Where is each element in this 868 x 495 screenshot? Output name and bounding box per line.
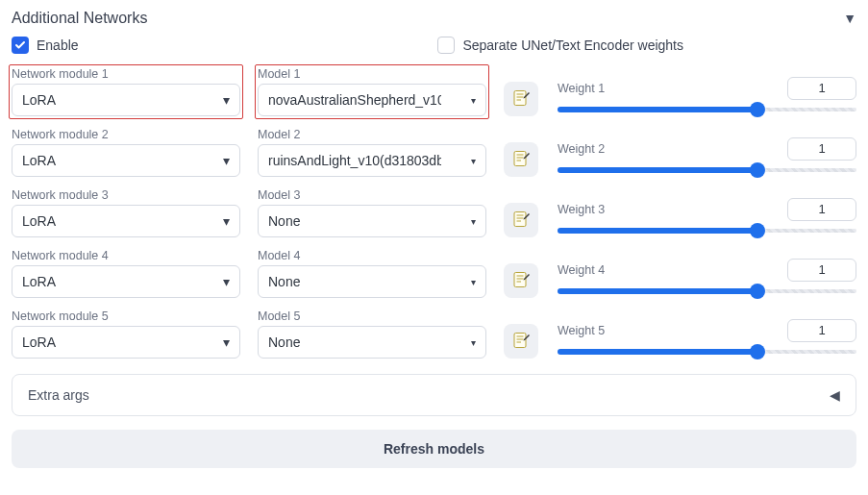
weight-input[interactable]: 1 bbox=[787, 319, 856, 342]
panel-header: Additional Networks ▼ bbox=[12, 10, 856, 27]
network-module-select[interactable]: LoRA▾ bbox=[12, 326, 240, 359]
network-module-label: Network module 5 bbox=[12, 309, 240, 323]
collapse-icon[interactable]: ▼ bbox=[843, 11, 856, 26]
weight-slider[interactable] bbox=[558, 224, 856, 237]
model-select[interactable]: None▾ bbox=[258, 326, 486, 359]
weight-label: Weight 4 bbox=[558, 263, 605, 277]
model-select[interactable]: novaAustralianShepherd_v10(056▾ bbox=[258, 84, 486, 116]
refresh-models-button[interactable]: Refresh models bbox=[12, 430, 856, 468]
refresh-models-label: Refresh models bbox=[384, 441, 484, 457]
edit-icon bbox=[511, 331, 531, 353]
model-label: Model 4 bbox=[258, 249, 486, 262]
model-field: Model 3None▾ bbox=[258, 188, 486, 237]
chevron-down-icon: ▾ bbox=[223, 274, 230, 289]
options-row: Enable Separate UNet/Text Encoder weight… bbox=[12, 37, 856, 54]
weight-slider[interactable] bbox=[558, 103, 856, 116]
weight-field: Weight 31 bbox=[558, 198, 856, 237]
extra-args-label: Extra args bbox=[28, 387, 89, 403]
chevron-down-icon: ▾ bbox=[471, 337, 476, 348]
enable-checkbox[interactable] bbox=[12, 37, 29, 54]
weight-input[interactable]: 1 bbox=[787, 259, 856, 282]
model-value: None bbox=[268, 334, 300, 350]
edit-model-button[interactable] bbox=[504, 142, 538, 177]
chevron-down-icon: ▾ bbox=[223, 334, 230, 350]
weight-slider[interactable] bbox=[558, 285, 856, 298]
chevron-down-icon: ▾ bbox=[471, 95, 476, 106]
model-field: Model 5None▾ bbox=[258, 309, 486, 359]
edit-model-button[interactable] bbox=[504, 324, 538, 359]
model-field: Model 1novaAustralianShepherd_v10(056▾ bbox=[256, 65, 488, 118]
model-select[interactable]: ruinsAndLight_v10(d31803db418▾ bbox=[258, 144, 486, 177]
chevron-down-icon: ▾ bbox=[471, 216, 476, 227]
model-field: Model 4None▾ bbox=[258, 249, 486, 298]
network-module-select[interactable]: LoRA▾ bbox=[12, 205, 240, 237]
network-module-select[interactable]: LoRA▾ bbox=[12, 84, 240, 116]
model-select[interactable]: None▾ bbox=[258, 205, 486, 237]
network-module-select[interactable]: LoRA▾ bbox=[12, 144, 240, 177]
extra-args-toggle[interactable]: Extra args ◀ bbox=[12, 374, 856, 416]
network-module-field: Network module 1LoRA▾ bbox=[10, 65, 242, 118]
network-module-value: LoRA bbox=[22, 92, 56, 108]
model-label: Model 5 bbox=[258, 309, 486, 323]
model-value: ruinsAndLight_v10(d31803db418 bbox=[268, 153, 441, 168]
separate-group[interactable]: Separate UNet/Text Encoder weights bbox=[437, 37, 683, 54]
weight-label: Weight 3 bbox=[558, 203, 605, 216]
network-module-field: Network module 3LoRA▾ bbox=[12, 188, 240, 237]
network-module-label: Network module 4 bbox=[12, 249, 240, 262]
enable-label: Enable bbox=[37, 37, 79, 53]
edit-icon bbox=[511, 149, 531, 171]
edit-icon bbox=[511, 88, 531, 111]
network-row: Network module 3LoRA▾Model 3None▾Weight … bbox=[12, 188, 856, 237]
network-module-label: Network module 3 bbox=[12, 188, 240, 202]
chevron-down-icon: ▾ bbox=[223, 213, 230, 229]
network-rows: Network module 1LoRA▾Model 1novaAustrali… bbox=[12, 67, 856, 359]
weight-label: Weight 1 bbox=[558, 82, 605, 95]
weight-field: Weight 51 bbox=[558, 319, 856, 359]
network-row: Network module 5LoRA▾Model 5None▾Weight … bbox=[12, 309, 856, 359]
weight-label: Weight 2 bbox=[558, 142, 605, 156]
weight-field: Weight 41 bbox=[558, 259, 856, 298]
model-value: None bbox=[268, 274, 300, 289]
weight-input[interactable]: 1 bbox=[787, 137, 856, 161]
model-value: None bbox=[268, 213, 300, 229]
chevron-down-icon: ▾ bbox=[471, 156, 476, 166]
enable-group[interactable]: Enable bbox=[12, 37, 79, 54]
model-field: Model 2ruinsAndLight_v10(d31803db418▾ bbox=[258, 128, 486, 177]
model-select[interactable]: None▾ bbox=[258, 265, 486, 298]
network-module-label: Network module 1 bbox=[12, 67, 240, 81]
network-module-value: LoRA bbox=[22, 274, 56, 289]
chevron-down-icon: ▾ bbox=[471, 277, 476, 287]
network-module-field: Network module 5LoRA▾ bbox=[12, 309, 240, 359]
weight-field: Weight 21 bbox=[558, 137, 856, 177]
model-label: Model 1 bbox=[258, 67, 486, 81]
network-module-label: Network module 2 bbox=[12, 128, 240, 141]
weight-field: Weight 11 bbox=[558, 77, 856, 116]
model-label: Model 3 bbox=[258, 188, 486, 202]
weight-label: Weight 5 bbox=[558, 324, 605, 337]
network-module-field: Network module 2LoRA▾ bbox=[12, 128, 240, 177]
network-row: Network module 1LoRA▾Model 1novaAustrali… bbox=[12, 67, 856, 116]
weight-input[interactable]: 1 bbox=[787, 77, 856, 100]
network-module-select[interactable]: LoRA▾ bbox=[12, 265, 240, 298]
network-module-value: LoRA bbox=[22, 334, 56, 350]
weight-slider[interactable] bbox=[558, 163, 856, 177]
separate-label: Separate UNet/Text Encoder weights bbox=[462, 37, 683, 53]
separate-checkbox[interactable] bbox=[437, 37, 455, 54]
weight-input[interactable]: 1 bbox=[787, 198, 856, 221]
network-row: Network module 2LoRA▾Model 2ruinsAndLigh… bbox=[12, 128, 856, 177]
network-module-value: LoRA bbox=[22, 153, 56, 168]
network-module-field: Network module 4LoRA▾ bbox=[12, 249, 240, 298]
network-module-value: LoRA bbox=[22, 213, 56, 229]
edit-model-button[interactable] bbox=[504, 82, 538, 116]
chevron-down-icon: ▾ bbox=[223, 153, 230, 168]
chevron-down-icon: ▾ bbox=[223, 92, 230, 108]
edit-icon bbox=[511, 210, 531, 232]
model-label: Model 2 bbox=[258, 128, 486, 141]
weight-slider[interactable] bbox=[558, 345, 856, 359]
edit-model-button[interactable] bbox=[504, 263, 538, 298]
edit-icon bbox=[511, 270, 531, 292]
chevron-left-icon: ◀ bbox=[830, 387, 840, 403]
edit-model-button[interactable] bbox=[504, 203, 538, 237]
model-value: novaAustralianShepherd_v10(056 bbox=[268, 92, 441, 108]
network-row: Network module 4LoRA▾Model 4None▾Weight … bbox=[12, 249, 856, 298]
